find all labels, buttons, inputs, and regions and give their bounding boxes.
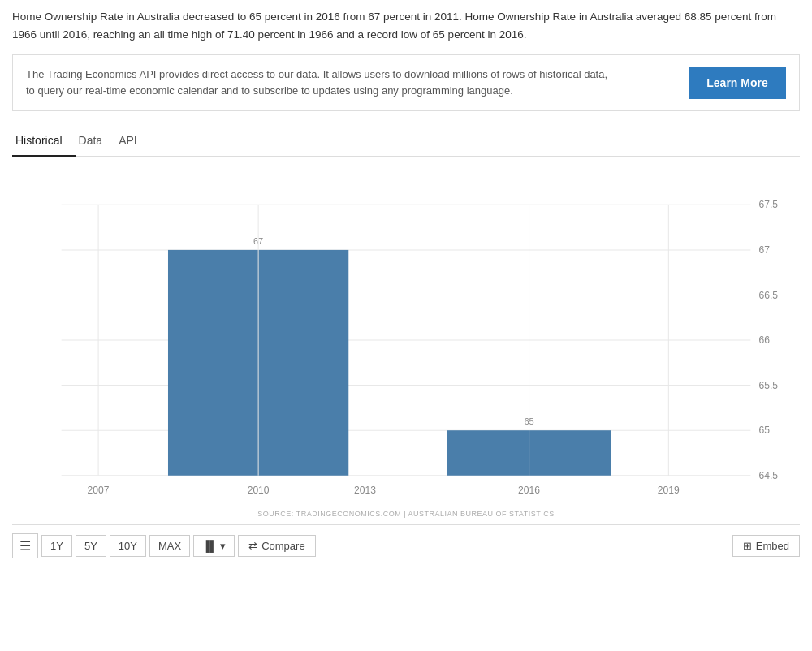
tabs-container: Historical Data API (12, 127, 800, 157)
y-label-655: 65.5 (758, 380, 778, 391)
source-text: SOURCE: TRADINGECONOMICS.COM | AUSTRALIA… (12, 510, 800, 518)
controls-left: ☰ 1Y 5Y 10Y MAX ▐▌ ▾ ⇄ Compare (12, 533, 316, 558)
menu-icon-button[interactable]: ☰ (12, 533, 38, 558)
embed-label: Embed (756, 540, 789, 552)
x-label-2016: 2016 (518, 485, 540, 496)
embed-icon: ⊞ (743, 540, 752, 552)
x-label-2010: 2010 (248, 485, 270, 496)
y-label-645: 64.5 (758, 470, 778, 481)
description-text: Home Ownership Rate in Australia decreas… (12, 8, 800, 43)
tab-api[interactable]: API (115, 127, 150, 157)
learn-more-button[interactable]: Learn More (689, 67, 786, 99)
y-label-675: 67.5 (758, 200, 778, 211)
x-label-2007: 2007 (88, 485, 110, 496)
tab-data[interactable]: Data (76, 127, 116, 157)
10y-button[interactable]: 10Y (110, 535, 146, 557)
bar-chart: 67.5 67 66.5 66 65.5 65 64.5 67 65 2007 … (12, 166, 800, 507)
x-label-2019: 2019 (658, 485, 680, 496)
compare-icon: ⇄ (248, 540, 257, 552)
y-label-66: 66 (758, 335, 770, 347)
api-banner: The Trading Economics API provides direc… (12, 54, 800, 111)
chart-controls: ☰ 1Y 5Y 10Y MAX ▐▌ ▾ ⇄ Compare ⊞ Embed (12, 524, 800, 558)
compare-button[interactable]: ⇄ Compare (238, 535, 315, 557)
chart-type-button[interactable]: ▐▌ ▾ (193, 535, 235, 557)
y-label-65: 65 (758, 425, 770, 437)
api-banner-text: The Trading Economics API provides direc… (26, 67, 611, 99)
y-label-67: 67 (758, 244, 770, 256)
5y-button[interactable]: 5Y (76, 535, 106, 557)
compare-label: Compare (261, 540, 304, 552)
1y-button[interactable]: 1Y (41, 535, 72, 557)
embed-button[interactable]: ⊞ Embed (732, 535, 800, 557)
y-label-665: 66.5 (758, 290, 778, 301)
chart-area: 67.5 67 66.5 66 65.5 65 64.5 67 65 2007 … (12, 166, 800, 507)
x-label-2013: 2013 (354, 485, 376, 496)
max-button[interactable]: MAX (149, 535, 190, 557)
tab-historical[interactable]: Historical (12, 127, 76, 157)
